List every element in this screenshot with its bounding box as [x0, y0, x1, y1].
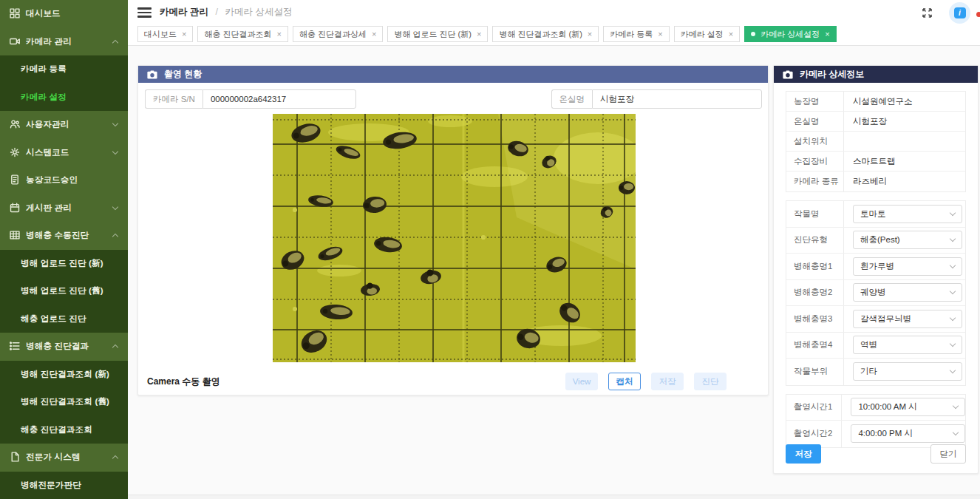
- tab-camera-settings[interactable]: 카메라 설정×: [674, 26, 741, 42]
- select-value: 기타: [860, 366, 877, 377]
- tab-dashboard[interactable]: 대시보드×: [137, 26, 193, 42]
- camera-detail-panel: 카메라 상세정보 농장명시설원예연구소온실명시험포장설치위치수집장비스마트트랩카…: [773, 65, 979, 474]
- capture-panel-header: 촬영 현황: [138, 66, 768, 83]
- row-value: 시험포장: [844, 116, 887, 127]
- fullscreen-icon[interactable]: [921, 7, 933, 19]
- tab-close-icon[interactable]: ×: [182, 30, 186, 38]
- notification-dot: [976, 12, 980, 17]
- chevron-down-icon: [950, 262, 956, 268]
- row-select[interactable]: 해충(Pest): [853, 231, 962, 249]
- save-button[interactable]: 저장: [651, 373, 684, 390]
- sidebar-item-pest-manual-diagnosis[interactable]: 병해충 수동진단: [0, 222, 128, 250]
- row-label: 농장명: [786, 92, 844, 111]
- view-button[interactable]: View: [565, 373, 598, 390]
- sidebar-item-label: 농장코드승인: [26, 174, 78, 186]
- tab-close-icon[interactable]: ×: [372, 30, 376, 38]
- tabs-bar: 대시보드×해충 진단결과조회×해충 진단결과상세×병해 업로드 진단 (新)×병…: [137, 25, 973, 43]
- sidebar-item-board-management[interactable]: 게시판 관리: [0, 194, 128, 223]
- chat-notification-button[interactable]: i: [949, 2, 970, 24]
- tab-label: 병해 진단결과조회 (新): [499, 29, 582, 40]
- sidebar-item-pest-upload-diagnosis[interactable]: 해충 업로드 진단: [0, 305, 128, 333]
- tab-camera-detail-settings[interactable]: 카메라 상세설정×: [744, 26, 837, 42]
- tab-close-icon[interactable]: ×: [658, 30, 662, 38]
- sidebar-item-farm-code-approval[interactable]: 농장코드승인: [0, 166, 128, 194]
- tab-close-icon[interactable]: ×: [277, 30, 282, 38]
- row-select[interactable]: 토마토: [853, 205, 962, 223]
- row-select[interactable]: 4:00:00 PM 시: [851, 424, 965, 443]
- grid-icon: [10, 230, 21, 241]
- row-select[interactable]: 10:00:00 AM 시: [851, 398, 965, 416]
- active-tab-dot-icon: [751, 32, 755, 36]
- sticky-trap-photo: [273, 114, 636, 362]
- tab-close-icon[interactable]: ×: [825, 30, 829, 38]
- tab-disease-result-search-new[interactable]: 병해 진단결과조회 (新)×: [492, 26, 599, 42]
- row-label: 작물명: [786, 201, 844, 227]
- camera-video-icon: [10, 36, 21, 47]
- topbar: 카메라 관리 / 카메라 상세설정 i 대시보드×해충 진단결과조회×해충 진단…: [128, 0, 980, 46]
- tab-label: 해충 진단결과조회: [204, 29, 271, 40]
- sidebar-item-disease-result-search-new[interactable]: 병해 진단결과조회 (新): [0, 361, 128, 389]
- sidebar-item-disease-upload-diagnosis-new[interactable]: 병해 업로드 진단 (新): [0, 250, 128, 278]
- sidebar-item-camera-settings[interactable]: 카메라 설정: [0, 84, 128, 112]
- sidebar-item-disease-result-search-old[interactable]: 병해 진단결과조회 (舊): [0, 388, 128, 416]
- sidebar-item-label: 해충 업로드 진단: [21, 313, 86, 325]
- detail-footer: 저장 닫기: [786, 444, 966, 464]
- sidebar-item-expert-system[interactable]: 전문가 시스템: [0, 444, 128, 472]
- tab-pest-result-search[interactable]: 해충 진단결과조회×: [197, 26, 288, 42]
- hamburger-menu-icon[interactable]: [137, 7, 152, 18]
- row-label: 병해충명2: [786, 280, 844, 306]
- tab-close-icon[interactable]: ×: [588, 30, 592, 38]
- row-label: 촬영시간2: [786, 421, 842, 447]
- row-label: 카메라 종류: [786, 172, 844, 191]
- tab-close-icon[interactable]: ×: [729, 30, 733, 38]
- row-value: 스마트트랩: [844, 156, 896, 167]
- sidebar-item-label: 사용자관리: [26, 119, 69, 130]
- row-select[interactable]: 갈색점무늬병: [853, 310, 962, 328]
- manual-capture-label: Camera 수동 촬영: [147, 376, 220, 388]
- tab-close-icon[interactable]: ×: [477, 30, 481, 38]
- sidebar-item-disease-upload-diagnosis-old[interactable]: 병해 업로드 진단 (舊): [0, 277, 128, 305]
- chevron-down-icon: [953, 430, 959, 435]
- sidebar-item-user-management[interactable]: 사용자관리: [0, 111, 128, 139]
- capture-button[interactable]: 캡처: [608, 373, 641, 390]
- table-row: 촬영시간110:00:00 AM 시: [786, 395, 965, 421]
- sidebar-item-label: 전문가 시스템: [26, 452, 81, 463]
- greenhouse-input[interactable]: [592, 89, 762, 109]
- sidebar-item-label: 카메라 등록: [21, 64, 67, 75]
- sidebar-item-camera-management[interactable]: 카메라 관리: [0, 28, 128, 56]
- row-value: 시설원예연구소: [844, 96, 913, 107]
- row-select[interactable]: 흰가루병: [853, 257, 962, 276]
- sidebar-item-label: 병해충 진단결과: [26, 341, 89, 352]
- row-select[interactable]: 기타: [853, 362, 962, 381]
- sidebar-item-label: 대시보드: [26, 8, 61, 19]
- sidebar-item-disease-expert-judgement[interactable]: 병해전문가판단: [0, 472, 128, 499]
- detail-save-button[interactable]: 저장: [786, 444, 821, 464]
- gear-icon: [10, 147, 21, 158]
- sidebar-item-pest-result-search[interactable]: 해충 진단결과조회: [0, 416, 128, 444]
- sidebar-item-system-code[interactable]: 시스템코드: [0, 139, 128, 167]
- detail-close-button[interactable]: 닫기: [930, 444, 966, 464]
- tab-disease-upload-diagnosis-new[interactable]: 병해 업로드 진단 (新)×: [387, 26, 488, 42]
- list-icon: [10, 341, 21, 352]
- row-label: 병해충명1: [786, 254, 844, 279]
- table-row: 설치위치: [786, 132, 965, 152]
- sidebar-item-camera-register[interactable]: 카메라 등록: [0, 55, 128, 84]
- sidebar: 대시보드카메라 관리카메라 등록카메라 설정사용자관리시스템코드농장코드승인게시…: [0, 0, 128, 499]
- file-icon: [10, 452, 21, 463]
- camera-sn-input[interactable]: [203, 89, 356, 109]
- row-label: 수집장비: [786, 152, 844, 171]
- select-value: 흰가루병: [860, 261, 894, 272]
- table-row: 촬영시간24:00:00 PM 시: [786, 421, 965, 447]
- row-select[interactable]: 역병: [853, 336, 962, 354]
- chevron-down-icon: [950, 288, 956, 294]
- diagnose-button[interactable]: 진단: [694, 373, 727, 390]
- page: 대시보드카메라 관리카메라 등록카메라 설정사용자관리시스템코드농장코드승인게시…: [0, 0, 980, 499]
- row-select[interactable]: 궤양병: [853, 283, 962, 302]
- tab-camera-register[interactable]: 카메라 등록×: [603, 26, 670, 42]
- tab-pest-result-detail[interactable]: 해충 진단결과상세×: [293, 26, 384, 42]
- tab-label: 해충 진단결과상세: [299, 29, 367, 40]
- chevron-down-icon: [950, 236, 956, 242]
- sidebar-item-dashboard[interactable]: 대시보드: [0, 0, 128, 28]
- sidebar-item-pest-diagnosis-results[interactable]: 병해충 진단결과: [0, 333, 128, 361]
- greenhouse-label: 온실명: [551, 89, 593, 109]
